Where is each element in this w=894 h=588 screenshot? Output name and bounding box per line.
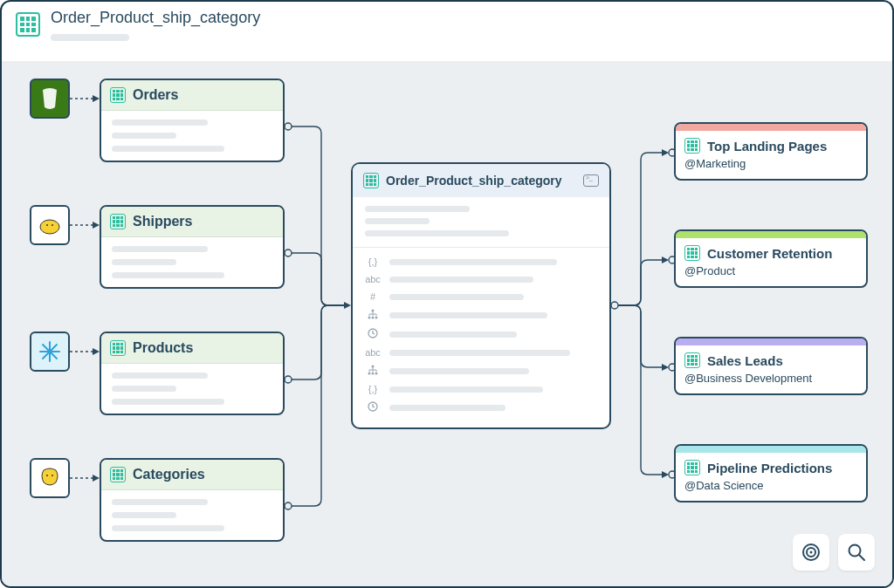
svg-point-30 (375, 317, 378, 319)
header: Order_Product_ship_category (2, 2, 892, 61)
svg-marker-10 (662, 149, 669, 156)
table-icon (110, 214, 126, 229)
svg-point-35 (375, 373, 378, 375)
field-type-clock-icon (365, 328, 381, 340)
field-name-placeholder (389, 332, 517, 338)
table-icon (110, 340, 126, 356)
svg-point-26 (52, 475, 53, 476)
table-title: Categories (133, 467, 205, 482)
svg-point-20 (52, 224, 53, 226)
field-row: abc (365, 347, 597, 358)
field-row (365, 309, 597, 321)
center-title: Order_Product_ship_category (386, 174, 576, 188)
field-type-#-icon: # (365, 291, 381, 302)
svg-point-4 (285, 123, 292, 130)
output-card-top-landing-pages[interactable]: Top Landing Pages@Marketing (674, 122, 868, 181)
output-card-sales-leads[interactable]: Sales Leads@Business Development (674, 337, 868, 395)
table-icon (16, 12, 40, 37)
sql-editor-icon[interactable] (583, 174, 599, 187)
field-row (365, 365, 597, 377)
table-shippers[interactable]: Shippers (100, 205, 285, 289)
output-title: Sales Leads (707, 353, 783, 368)
accent-stripe (676, 446, 866, 453)
field-type-{,}-icon: {,} (365, 256, 381, 267)
output-owner: @Marketing (684, 157, 857, 170)
table-title: Shippers (133, 214, 192, 229)
svg-marker-12 (662, 364, 669, 371)
svg-marker-3 (93, 475, 100, 482)
table-icon (684, 138, 700, 154)
output-card-customer-retention[interactable]: Customer Retention@Product (674, 229, 868, 288)
source-hive-icon[interactable] (30, 458, 70, 498)
focus-button[interactable] (793, 534, 829, 571)
center-query-card[interactable]: Order_Product_ship_category {,}abc#abc{,… (351, 162, 611, 429)
svg-line-41 (859, 555, 864, 560)
field-name-placeholder (389, 277, 533, 283)
table-products[interactable]: Products (100, 332, 285, 415)
output-owner: @Data Science (684, 479, 857, 492)
output-card-pipeline-predictions[interactable]: Pipeline Predictions@Data Science (674, 444, 868, 503)
field-row: abc (365, 274, 597, 284)
table-orders[interactable]: Orders (100, 79, 285, 162)
field-type-tree-icon (365, 309, 381, 321)
field-list: {,}abc#abc{,} (353, 248, 609, 427)
output-title: Top Landing Pages (707, 139, 827, 154)
accent-stripe (676, 338, 866, 345)
lineage-canvas[interactable]: Orders Shippers Products Categories Orde… (2, 61, 892, 586)
field-name-placeholder (389, 368, 529, 374)
table-title: Orders (133, 87, 178, 103)
field-row (365, 328, 597, 340)
svg-point-39 (810, 551, 813, 554)
table-icon (363, 173, 379, 188)
svg-point-33 (368, 373, 371, 375)
table-icon (684, 352, 700, 368)
field-name-placeholder (389, 386, 543, 393)
field-row: # (365, 291, 597, 302)
field-row: {,} (365, 256, 597, 267)
output-title: Pipeline Predictions (707, 461, 832, 475)
svg-point-6 (285, 376, 292, 383)
table-icon (110, 467, 126, 482)
svg-point-28 (368, 317, 371, 319)
page-title: Order_Product_ship_category (51, 9, 260, 27)
app-frame: Order_Product_ship_category (0, 0, 894, 588)
source-snowflake-icon[interactable] (30, 332, 70, 372)
field-row: {,} (365, 384, 597, 394)
svg-point-9 (611, 302, 618, 309)
svg-marker-8 (344, 302, 351, 309)
svg-point-25 (46, 475, 48, 476)
field-type-abc-icon: abc (365, 274, 381, 284)
svg-marker-1 (93, 222, 100, 229)
source-s3-icon[interactable] (30, 79, 70, 119)
field-row (365, 401, 597, 414)
output-owner: @Business Development (684, 372, 857, 385)
search-button[interactable] (838, 534, 875, 571)
table-title: Products (133, 340, 193, 356)
accent-stripe (676, 124, 866, 131)
svg-point-7 (285, 503, 292, 509)
svg-point-5 (285, 250, 292, 256)
svg-point-19 (46, 224, 48, 226)
table-icon (684, 460, 700, 475)
field-type-tree-icon (365, 365, 381, 377)
svg-point-29 (372, 317, 375, 319)
svg-point-18 (40, 220, 59, 234)
svg-marker-11 (662, 256, 669, 263)
field-name-placeholder (389, 405, 505, 411)
svg-marker-2 (93, 348, 100, 355)
output-title: Customer Retention (707, 246, 832, 261)
table-icon (110, 87, 126, 103)
table-icon (684, 245, 700, 261)
field-name-placeholder (389, 259, 557, 265)
accent-stripe (676, 231, 866, 238)
svg-marker-0 (93, 95, 100, 102)
field-name-placeholder (389, 312, 547, 318)
field-type-clock-icon (365, 401, 381, 414)
field-type-{,}-icon: {,} (365, 384, 381, 394)
source-hadoop-icon[interactable] (30, 205, 70, 245)
output-owner: @Product (684, 264, 857, 277)
table-categories[interactable]: Categories (100, 458, 285, 542)
svg-marker-13 (662, 471, 669, 478)
page-subtitle-placeholder (51, 34, 129, 41)
field-type-abc-icon: abc (365, 347, 381, 358)
